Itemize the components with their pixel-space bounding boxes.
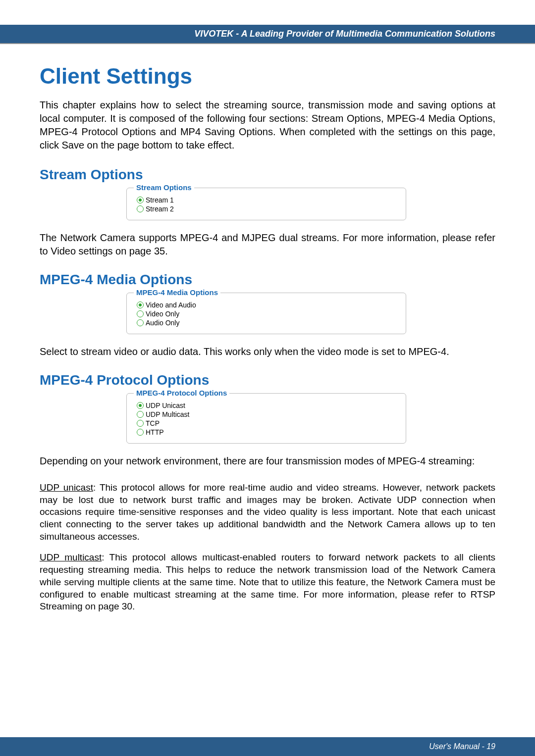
udp-multicast-heading: UDP multicast bbox=[40, 552, 102, 562]
radio-http[interactable]: HTTP bbox=[137, 428, 399, 436]
media-options-legend: MPEG-4 Media Options bbox=[134, 288, 220, 297]
stream-options-legend: Stream Options bbox=[134, 183, 194, 192]
radio-unselected-icon bbox=[137, 420, 144, 427]
protocol-options-body: Depending on your network environment, t… bbox=[40, 454, 495, 468]
radio-audio-only[interactable]: Audio Only bbox=[137, 319, 399, 327]
radio-stream-2[interactable]: Stream 2 bbox=[137, 205, 399, 213]
radio-video-only[interactable]: Video Only bbox=[137, 310, 399, 318]
radio-selected-icon bbox=[137, 197, 144, 203]
radio-unselected-icon bbox=[137, 429, 144, 436]
radio-selected-icon bbox=[137, 302, 144, 308]
radio-unselected-icon bbox=[137, 411, 144, 418]
radio-selected-icon bbox=[137, 402, 144, 409]
radio-unselected-icon bbox=[137, 310, 144, 317]
protocol-options-panel: MPEG-4 Protocol Options UDP Unicast UDP … bbox=[126, 393, 406, 444]
page-title: Client Settings bbox=[40, 64, 495, 89]
media-options-heading: MPEG-4 Media Options bbox=[40, 272, 495, 288]
intro-paragraph: This chapter explains how to select the … bbox=[40, 99, 495, 152]
stream-options-heading: Stream Options bbox=[40, 167, 495, 183]
udp-unicast-text: : This protocol allows for more real-tim… bbox=[40, 482, 495, 542]
footer-bar: User's Manual - 19 bbox=[0, 737, 535, 756]
footer-text: User's Manual - 19 bbox=[429, 742, 495, 751]
radio-label: TCP bbox=[146, 419, 160, 427]
radio-unselected-icon bbox=[137, 319, 144, 326]
protocol-options-legend: MPEG-4 Protocol Options bbox=[134, 389, 229, 397]
radio-tcp[interactable]: TCP bbox=[137, 419, 399, 427]
radio-label: UDP Multicast bbox=[146, 410, 189, 418]
header-bar: VIVOTEK - A Leading Provider of Multimed… bbox=[0, 25, 535, 44]
radio-label: Video Only bbox=[146, 310, 179, 318]
udp-multicast-paragraph: UDP multicast: This protocol allows mult… bbox=[40, 552, 495, 612]
udp-unicast-heading: UDP unicast bbox=[40, 482, 93, 493]
udp-unicast-paragraph: UDP unicast: This protocol allows for mo… bbox=[40, 482, 495, 543]
radio-label: UDP Unicast bbox=[146, 402, 185, 409]
radio-label: Video and Audio bbox=[146, 301, 196, 309]
content-area: Client Settings This chapter explains ho… bbox=[0, 44, 535, 613]
stream-options-body: The Network Camera supports MPEG-4 and M… bbox=[40, 231, 495, 258]
protocol-options-heading: MPEG-4 Protocol Options bbox=[40, 372, 495, 388]
header-title: VIVOTEK - A Leading Provider of Multimed… bbox=[194, 29, 495, 39]
radio-stream-1[interactable]: Stream 1 bbox=[137, 196, 399, 204]
radio-label: Stream 2 bbox=[146, 205, 174, 213]
radio-video-audio[interactable]: Video and Audio bbox=[137, 301, 399, 309]
radio-label: Audio Only bbox=[146, 319, 179, 327]
radio-udp-unicast[interactable]: UDP Unicast bbox=[137, 402, 399, 409]
radio-label: HTTP bbox=[146, 428, 164, 436]
radio-udp-multicast[interactable]: UDP Multicast bbox=[137, 410, 399, 418]
media-options-body: Select to stream video or audio data. Th… bbox=[40, 345, 495, 358]
radio-label: Stream 1 bbox=[146, 196, 174, 204]
stream-options-panel: Stream Options Stream 1 Stream 2 bbox=[126, 188, 406, 220]
radio-unselected-icon bbox=[137, 205, 144, 212]
media-options-panel: MPEG-4 Media Options Video and Audio Vid… bbox=[126, 293, 406, 334]
udp-multicast-text: : This protocol allows multicast-enabled… bbox=[40, 552, 495, 611]
